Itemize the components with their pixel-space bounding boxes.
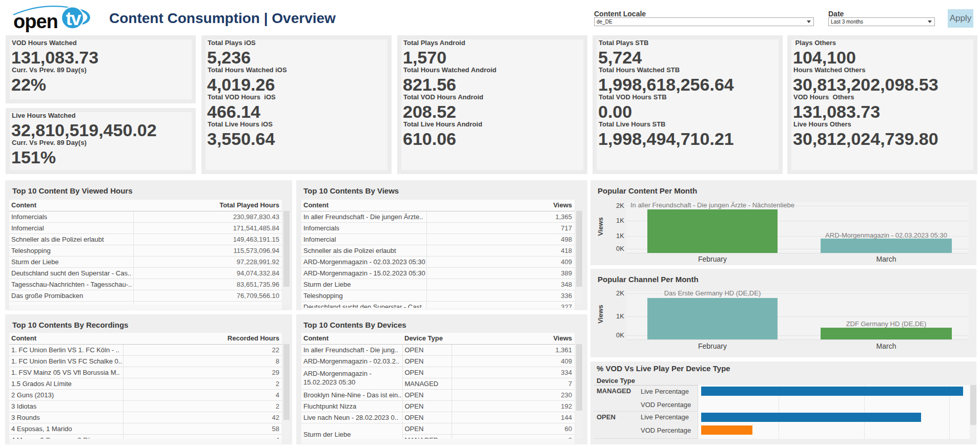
svg-text:open: open: [13, 11, 58, 32]
svg-text:tv: tv: [66, 8, 81, 29]
